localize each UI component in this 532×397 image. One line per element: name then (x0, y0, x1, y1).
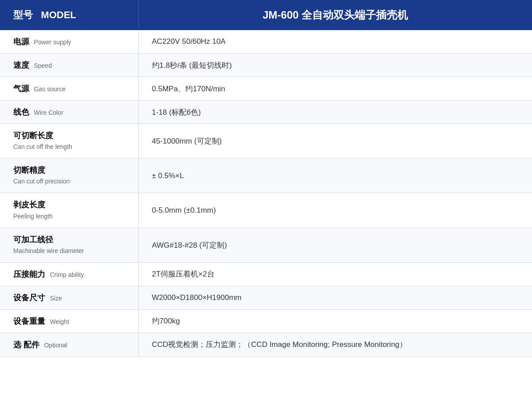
value-cell-crimp: 2T伺服压着机×2台 (138, 262, 532, 286)
label-zh-cut-precision: 切断精度 (13, 165, 125, 176)
label-zh-wire-color: 线色 (13, 108, 29, 117)
label-en-wire-color: Wire Color (34, 109, 63, 116)
label-en-size: Size (50, 295, 62, 302)
table-row: 压接能力 Crimp ability 2T伺服压着机×2台 (0, 262, 532, 286)
table-row: 可加工线径 Machinable wire diameter AWG#18-#2… (0, 228, 532, 262)
label-cell-size: 设备尺寸 Size (0, 286, 138, 309)
model-label-en: MODEL (41, 9, 76, 20)
label-en-weight: Weight (50, 318, 69, 325)
label-zh-peel-length: 剥皮长度 (13, 199, 125, 210)
table-row: 剥皮长度 Peeling length 0-5.0mm (±0.1mm) (0, 193, 532, 228)
label-en-gas: Gas source (34, 86, 66, 93)
value-cell-cut-length: 45-1000mm (可定制) (138, 124, 532, 159)
label-zh-power: 电源 (13, 37, 29, 46)
table-row: 线色 Wire Color 1-18 (标配6色) (0, 101, 532, 124)
label-en-cut-precision: Can cut off precision (13, 178, 70, 185)
model-label-zh: 型号 (13, 9, 33, 20)
label-zh-gas: 气源 (13, 84, 29, 93)
label-cell-speed: 速度 Speed (0, 54, 138, 77)
label-cell-wire-diameter: 可加工线径 Machinable wire diameter (0, 228, 138, 262)
label-cell-gas: 气源 Gas source (0, 77, 138, 101)
label-cell-weight: 设备重量 Weight (0, 309, 138, 333)
table-row: 电源 Power supply AC220V 50/60Hz 10A (0, 30, 532, 54)
label-en-optional: Optional (44, 342, 67, 349)
label-cell-cut-length: 可切断长度 Can cut off the length (0, 124, 138, 159)
model-value-header: JM-600 全自动双头端子插壳机 (138, 0, 532, 30)
label-en-wire-diameter: Machinable wire diameter (13, 247, 84, 254)
table-row: 可切断长度 Can cut off the length 45-1000mm (… (0, 124, 532, 159)
value-cell-power: AC220V 50/60Hz 10A (138, 30, 532, 54)
value-cell-weight: 约700kg (138, 309, 532, 333)
value-cell-gas: 0.5MPa、约170N/min (138, 77, 532, 101)
label-zh-wire-diameter: 可加工线径 (13, 234, 125, 245)
table-row: 速度 Speed 约1.8秒/条 (最短切线时) (0, 54, 532, 77)
label-en-power: Power supply (34, 39, 71, 46)
label-zh-weight: 设备重量 (13, 317, 45, 326)
value-cell-cut-precision: ± 0.5%×L (138, 159, 532, 193)
value-cell-size: W2000×D1800×H1900mm (138, 286, 532, 309)
table-row: 选 配件 Optional CCD视觉检测；压力监测；（CCD Image Mo… (0, 333, 532, 356)
label-zh-optional: 选 配件 (13, 340, 39, 349)
label-en-cut-length: Can cut off the length (13, 143, 72, 150)
value-cell-wire-diameter: AWG#18-#28 (可定制) (138, 228, 532, 262)
label-cell-cut-precision: 切断精度 Can cut off precision (0, 159, 138, 193)
label-zh-speed: 速度 (13, 61, 29, 70)
spec-table: 型号 MODEL JM-600 全自动双头端子插壳机 电源 Power supp… (0, 0, 532, 357)
value-cell-speed: 约1.8秒/条 (最短切线时) (138, 54, 532, 77)
label-en-crimp: Crimp ability (50, 271, 84, 278)
table-row: 气源 Gas source 0.5MPa、约170N/min (0, 77, 532, 101)
label-cell-power: 电源 Power supply (0, 30, 138, 54)
label-cell-optional: 选 配件 Optional (0, 333, 138, 356)
label-cell-crimp: 压接能力 Crimp ability (0, 262, 138, 286)
label-zh-cut-length: 可切断长度 (13, 130, 125, 141)
value-cell-peel-length: 0-5.0mm (±0.1mm) (138, 193, 532, 228)
label-zh-crimp: 压接能力 (13, 270, 45, 279)
table-row: 设备尺寸 Size W2000×D1800×H1900mm (0, 286, 532, 309)
label-cell-wire-color: 线色 Wire Color (0, 101, 138, 124)
label-en-peel-length: Peeling length (13, 213, 53, 220)
value-cell-optional: CCD视觉检测；压力监测；（CCD Image Monitoring; Pres… (138, 333, 532, 356)
label-cell-peel-length: 剥皮长度 Peeling length (0, 193, 138, 228)
model-label-header: 型号 MODEL (0, 0, 138, 30)
value-cell-wire-color: 1-18 (标配6色) (138, 101, 532, 124)
table-row: 设备重量 Weight 约700kg (0, 309, 532, 333)
label-en-speed: Speed (34, 62, 51, 69)
label-zh-size: 设备尺寸 (13, 293, 45, 302)
table-row: 切断精度 Can cut off precision ± 0.5%×L (0, 159, 532, 193)
